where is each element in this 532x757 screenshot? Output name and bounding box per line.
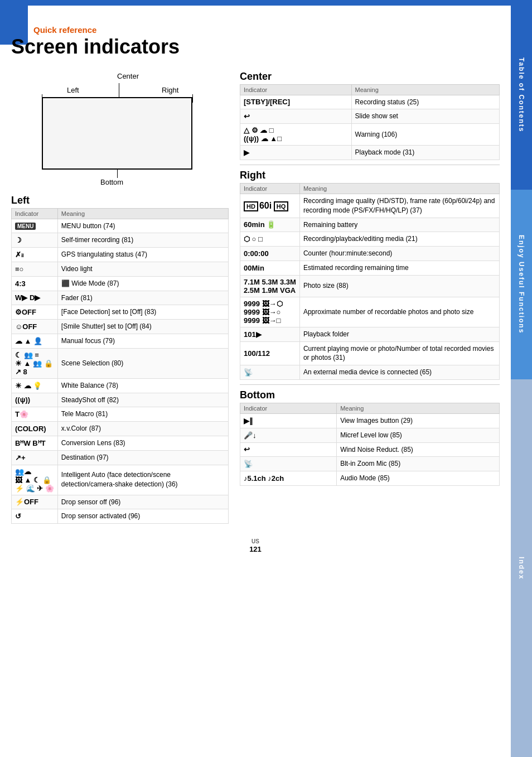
left-meaning-cell: SteadyShot off (82) — [57, 393, 228, 407]
left-meaning-cell: Tele Macro (81) — [57, 407, 228, 422]
diagram-right-label: Right — [162, 86, 178, 94]
sidebar-index-label[interactable]: Index — [511, 379, 532, 757]
left-indicator-cell: (COLOR) — [12, 422, 58, 436]
right-table-row: 101▶Playback folder — [240, 327, 500, 341]
left-table-row: W▶ D▶Fader (81) — [12, 291, 229, 305]
center-indicator-cell: [STBY]/[REC] — [240, 95, 352, 109]
left-meaning-cell: White Balance (78) — [57, 378, 228, 393]
right-indicator-cell: 9999 🖼→⬡9999 🖼→○9999 🖼→□ — [240, 297, 300, 327]
right-table-row: 9999 🖼→⬡9999 🖼→○9999 🖼→□Approximate numb… — [240, 297, 500, 327]
left-table-row: ⚙OFF[Face Detection] set to [Off] (83) — [12, 305, 229, 320]
center-meaning-cell: Recording status (25) — [351, 95, 499, 109]
center-table-row: ▶Playback mode (31) — [240, 146, 500, 160]
center-meaning-cell: Playback mode (31) — [351, 146, 499, 160]
right-meaning-cell: Recording image quality (HD/STD), frame … — [299, 194, 499, 218]
left-table: Indicator Meaning MENUMENU button (74)☽S… — [11, 208, 229, 524]
left-table-row: ↺Drop sensor activated (96) — [12, 509, 229, 524]
left-meaning-cell: Drop sensor activated (96) — [57, 509, 228, 524]
left-col-meaning: Meaning — [57, 208, 228, 219]
bottom-table-row: ↩Wind Noise Reduct. (85) — [240, 442, 500, 457]
left-table-row: ☾ 👥 ≡☀ ▲ 👥 🔒↗ 8Scene Selection (80) — [12, 348, 229, 378]
right-table-row: 100/112Current playing movie or photo/Nu… — [240, 341, 500, 365]
right-indicator-cell: 7.1M 5.3M 3.3M2.5M 1.9M VGA — [240, 275, 300, 297]
center-meaning-cell: Slide show set — [351, 109, 499, 124]
left-meaning-cell: Self-timer recording (81) — [57, 233, 228, 248]
diagram-line-right — [192, 94, 193, 103]
right-meaning-cell: Counter (hour:minute:second) — [299, 247, 499, 261]
bottom-table-row: 📡Blt-in Zoom Mic (85) — [240, 457, 500, 471]
page-title: Screen indicators — [11, 36, 500, 58]
diagram-line-center — [119, 83, 119, 97]
left-meaning-cell: Drop sensor off (96) — [57, 495, 228, 509]
main-content: Quick reference Screen indicators Center… — [0, 0, 511, 570]
diagram-box — [42, 97, 192, 170]
left-meaning-cell: MENU button (74) — [57, 219, 228, 233]
bottom-indicator-cell: ▶‖ — [240, 413, 337, 428]
left-indicator-cell: MENU — [12, 219, 58, 233]
left-meaning-cell: ⬛ Wide Mode (87) — [57, 276, 228, 291]
content-columns: Center Left Right Bottom Left Indicator … — [11, 66, 500, 529]
right-col-meaning: Meaning — [299, 183, 499, 194]
left-indicator-cell: ☾ 👥 ≡☀ ▲ 👥 🔒↗ 8 — [12, 348, 58, 378]
right-table-row: 📡An external media device is connected (… — [240, 365, 500, 380]
sidebar-right: Table of Contents Enjoy Useful Functions… — [511, 0, 532, 757]
bottom-meaning-cell: Blt-in Zoom Mic (85) — [337, 457, 500, 471]
left-indicator-cell: ↺ — [12, 509, 58, 524]
left-indicator-cell: ≡○ — [12, 262, 58, 276]
bottom-indicator-cell: 📡 — [240, 457, 337, 471]
left-meaning-cell: Fader (81) — [57, 291, 228, 305]
diagram-line-bottom — [117, 170, 118, 178]
left-meaning-cell: Video light — [57, 262, 228, 276]
page-number: 121 — [249, 545, 262, 553]
center-table-row: △ ⚙ ☁ □((ψ)) ☁ ▲□Warning (106) — [240, 124, 500, 146]
center-table: Indicator Meaning [STBY]/[REC]Recording … — [240, 84, 500, 160]
bottom-table-row: ♪5.1ch ♪2chAudio Mode (85) — [240, 471, 500, 486]
left-table-row: ≡○Video light — [12, 262, 229, 276]
sidebar-enjoy-label[interactable]: Enjoy Useful Functions — [511, 190, 532, 379]
right-indicator-cell: 100/112 — [240, 341, 300, 365]
bottom-table-row: ▶‖View Images button (29) — [240, 413, 500, 428]
sidebar-toc-label[interactable]: Table of Contents — [511, 0, 532, 190]
toc-text: Table of Contents — [518, 57, 525, 132]
diagram-center-label: Center — [117, 72, 139, 80]
right-table-row: 60min 🔋Remaining battery — [240, 218, 500, 232]
left-meaning-cell: [Smile Shutter] set to [Off] (84) — [57, 320, 228, 334]
region-code: US — [252, 538, 259, 544]
center-indicator-cell: ▶ — [240, 146, 352, 160]
center-meaning-cell: Warning (106) — [351, 124, 499, 146]
center-indicator-cell: △ ⚙ ☁ □((ψ)) ☁ ▲□ — [240, 124, 352, 146]
right-indicator-cell: 101▶ — [240, 327, 300, 341]
bottom-section-heading: Bottom — [240, 389, 500, 401]
right-table-row: HD60i HQRecording image quality (HD/STD)… — [240, 194, 500, 218]
right-table-row: 7.1M 5.3M 3.3M2.5M 1.9M VGAPhoto size (8… — [240, 275, 500, 297]
left-table-row: ((ψ))SteadyShot off (82) — [12, 393, 229, 407]
left-indicator-cell: W▶ D▶ — [12, 291, 58, 305]
bottom-col-indicator: Indicator — [240, 403, 337, 413]
left-table-row: T🌸Tele Macro (81) — [12, 407, 229, 422]
left-col-indicator: Indicator — [12, 208, 58, 219]
left-indicator-cell: ☽ — [12, 233, 58, 248]
right-meaning-cell: Recording/playback/editing media (21) — [299, 232, 499, 247]
right-meaning-cell: An external media device is connected (6… — [299, 365, 499, 380]
right-indicator-cell: HD60i HQ — [240, 194, 300, 218]
left-indicator-cell: ☀ ☁ 💡 — [12, 378, 58, 393]
left-meaning-cell: Conversion Lens (83) — [57, 436, 228, 450]
right-indicator-cell: 0:00:00 — [240, 247, 300, 261]
right-table-row: 00MinEstimated recording remaining time — [240, 261, 500, 275]
diagram-bottom-label: Bottom — [100, 178, 123, 186]
left-table-row: BᴴW BᴴTConversion Lens (83) — [12, 436, 229, 450]
left-table-row: ✗ᵢₗGPS triangulating status (47) — [12, 248, 229, 262]
bottom-indicator-cell: 🎤↓ — [240, 428, 337, 442]
right-table-row: ⬡ ○ □Recording/playback/editing media (2… — [240, 232, 500, 247]
bottom-indicator-cell: ↩ — [240, 442, 337, 457]
bottom-meaning-cell: Micref Level low (85) — [337, 428, 500, 442]
bottom-col-meaning: Meaning — [337, 403, 500, 413]
left-table-row: ☽Self-timer recording (81) — [12, 233, 229, 248]
left-table-row: 4:3⬛ Wide Mode (87) — [12, 276, 229, 291]
left-table-row: MENUMENU button (74) — [12, 219, 229, 233]
center-table-row: ↩Slide show set — [240, 109, 500, 124]
left-indicator-cell: ((ψ)) — [12, 393, 58, 407]
bottom-meaning-cell: View Images button (29) — [337, 413, 500, 428]
left-indicator-cell: ☁ ▲ 👤 — [12, 334, 58, 348]
right-indicator-cell: 60min 🔋 — [240, 218, 300, 232]
